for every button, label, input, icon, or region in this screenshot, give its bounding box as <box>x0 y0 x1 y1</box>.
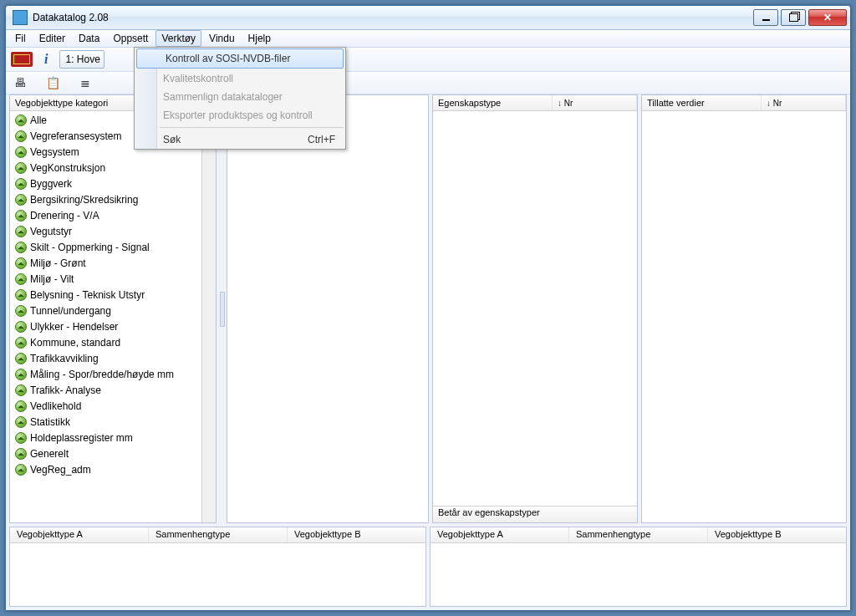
col-vegobjekttype-a-2[interactable]: Vegobjekttype A <box>431 527 569 542</box>
menu-item[interactable]: Kontroll av SOSI-NVDB-filer <box>136 48 344 69</box>
expand-icon[interactable] <box>15 337 27 349</box>
tree-item[interactable]: Belysning - Teknisk Utstyr <box>12 287 200 303</box>
expand-icon[interactable] <box>15 115 27 126</box>
info-icon[interactable]: i <box>41 52 51 67</box>
egenskapstype-sort[interactable]: ↓ Nr <box>553 95 637 110</box>
tree-item[interactable]: Generelt <box>12 445 200 461</box>
expand-icon[interactable] <box>15 210 27 221</box>
col-vegobjekttype-b-2[interactable]: Vegobjekttype B <box>708 527 846 542</box>
tree-item[interactable]: VegReg_adm <box>12 461 200 477</box>
tree-item[interactable]: Vedlikehold <box>12 398 200 414</box>
menu-data[interactable]: Data <box>73 30 105 47</box>
tillatte-sort[interactable]: ↓ Nr <box>762 95 846 110</box>
paste-icon[interactable]: 📋 <box>46 76 60 89</box>
dataset-selector[interactable]: 1: Hove <box>59 50 104 69</box>
expand-icon[interactable] <box>15 289 27 301</box>
tree-item-label: Miljø - Grønt <box>30 257 86 269</box>
expand-icon[interactable] <box>15 130 27 142</box>
tree-item-label: Vegutstyr <box>30 226 72 237</box>
tree-item[interactable]: Trafikkavvikling <box>12 350 200 366</box>
expand-icon[interactable] <box>15 162 27 174</box>
expand-icon[interactable] <box>15 194 27 206</box>
egenskapstype-header[interactable]: Egenskapstype <box>433 95 553 110</box>
tree-item[interactable]: Miljø - Grønt <box>12 255 200 271</box>
menu-verktøy[interactable]: Verktøy <box>155 30 201 47</box>
tree-item[interactable]: Ulykker - Hendelser <box>12 318 200 334</box>
tree-item[interactable]: VegKonstruksjon <box>12 160 200 176</box>
menu-vindu[interactable]: Vindu <box>203 30 240 47</box>
tree-item[interactable]: Holdeplassregister mm <box>12 430 200 445</box>
tree-item-label: Vegsystem <box>30 146 79 158</box>
tree-item-label: Trafikkavvikling <box>30 353 99 364</box>
relation-table-left: Vegobjekttype A Sammenhengtype Vegobjekt… <box>9 527 426 607</box>
menu-oppsett[interactable]: Oppsett <box>107 30 154 47</box>
maximize-button[interactable] <box>781 9 806 26</box>
splitter-vertical[interactable] <box>220 94 223 523</box>
tree-item-label: Vedlikehold <box>30 400 81 412</box>
menu-item-label: Eksporter produktspes og kontroll <box>163 109 313 121</box>
minimize-button[interactable] <box>753 9 778 26</box>
tree-item-label: Alle <box>30 115 47 126</box>
menu-item-shortcut: Ctrl+F <box>308 134 335 145</box>
tree-item-label: Måling - Spor/bredde/høyde mm <box>30 369 174 380</box>
tree-item-label: Tunnel/undergang <box>30 305 111 317</box>
expand-icon[interactable] <box>15 353 27 364</box>
tree-item-label: Miljø - Vilt <box>30 273 74 285</box>
expand-icon[interactable] <box>15 400 27 412</box>
print-icon[interactable]: 🖶 <box>14 76 26 89</box>
expand-icon[interactable] <box>15 146 27 158</box>
tree-item[interactable]: Trafikk- Analyse <box>12 382 200 398</box>
app-icon <box>13 10 28 25</box>
tree-item[interactable]: Vegutstyr <box>12 223 200 239</box>
menu-item: Sammenlign datakataloger <box>135 88 345 106</box>
scrollbar-vertical[interactable] <box>201 111 216 522</box>
expand-icon[interactable] <box>15 226 27 237</box>
verktoy-menu: Kontroll av SOSI-NVDB-filerKvalitetskont… <box>134 47 346 150</box>
col-sammenhengtype-2[interactable]: Sammenhengtype <box>569 527 708 542</box>
expand-icon[interactable] <box>15 321 27 333</box>
tree-item-label: Ulykker - Hendelser <box>30 321 118 333</box>
expand-icon[interactable] <box>15 178 27 190</box>
tree-item[interactable]: Kommune, standard <box>12 334 200 350</box>
menu-item[interactable]: SøkCtrl+F <box>135 130 345 149</box>
expand-icon[interactable] <box>15 448 27 460</box>
egenskapstype-footer: Betår av egenskapstyper <box>433 506 637 522</box>
col-sammenhengtype[interactable]: Sammenhengtype <box>149 527 288 542</box>
window-title: Datakatalog 2.08 <box>33 12 753 23</box>
expand-icon[interactable] <box>15 432 27 444</box>
tree-item[interactable]: Skilt - Oppmerking - Signal <box>12 239 200 255</box>
menu-item: Eksporter produktspes og kontroll <box>135 106 345 125</box>
expand-icon[interactable] <box>15 305 27 317</box>
tree-item[interactable]: Bergsikring/Skredsikring <box>12 191 200 207</box>
tree-item-label: VegReg_adm <box>30 464 91 476</box>
tillatte-header[interactable]: Tillatte verdier <box>642 95 762 110</box>
tree-item[interactable]: Statistikk <box>12 414 200 430</box>
tree-item[interactable]: Miljø - Vilt <box>12 271 200 287</box>
egenskapstype-panel: Egenskapstype ↓ Nr Betår av egenskapstyp… <box>432 94 638 523</box>
category-tree[interactable]: AlleVegreferansesystemVegsystemVegKonstr… <box>10 111 201 522</box>
vegvesen-logo-icon <box>11 52 33 67</box>
expand-icon[interactable] <box>15 464 27 476</box>
tree-item-label: Kommune, standard <box>30 337 120 349</box>
tree-item[interactable]: Måling - Spor/bredde/høyde mm <box>12 366 200 382</box>
menu-hjelp[interactable]: Hjelp <box>242 30 277 47</box>
tree-item-label: Byggverk <box>30 178 72 190</box>
expand-icon[interactable] <box>15 369 27 380</box>
toolbar-secondary: 🖶 📋 ≣ <box>6 72 850 94</box>
close-button[interactable]: ✕ <box>808 9 847 26</box>
menu-fil[interactable]: Fil <box>9 30 32 47</box>
list-icon[interactable]: ≣ <box>80 76 90 89</box>
expand-icon[interactable] <box>15 416 27 428</box>
expand-icon[interactable] <box>15 257 27 269</box>
toolbar-primary: i 1: Hove <box>6 48 850 72</box>
objecttype-list-panel <box>227 94 429 523</box>
col-vegobjekttype-a[interactable]: Vegobjekttype A <box>10 527 149 542</box>
menu-editer[interactable]: Editer <box>33 30 71 47</box>
expand-icon[interactable] <box>15 384 27 396</box>
tree-item[interactable]: Tunnel/undergang <box>12 303 200 318</box>
expand-icon[interactable] <box>15 242 27 253</box>
col-vegobjekttype-b[interactable]: Vegobjekttype B <box>288 527 425 542</box>
expand-icon[interactable] <box>15 273 27 285</box>
tree-item[interactable]: Drenering - V/A <box>12 207 200 223</box>
tree-item[interactable]: Byggverk <box>12 176 200 191</box>
